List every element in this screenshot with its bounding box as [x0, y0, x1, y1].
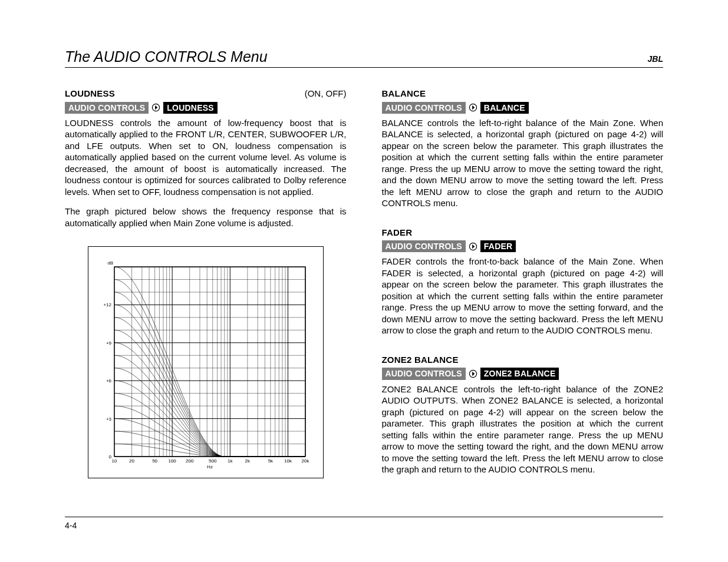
loudness-chart-frame: 0+3+6+9+121020501002005001k2k5k10k20kHzd…	[88, 246, 324, 478]
fader-heading: FADER	[382, 227, 413, 239]
svg-text:20k: 20k	[301, 458, 308, 464]
svg-text:1k: 1k	[228, 458, 233, 464]
svg-text:10: 10	[111, 458, 117, 464]
fader-heading-row: FADER	[382, 227, 664, 239]
svg-text:500: 500	[209, 458, 217, 464]
loudness-chart-svg: 0+3+6+9+121020501002005001k2k5k10k20kHzd…	[97, 257, 309, 470]
breadcrumb-leaf: BALANCE	[480, 102, 529, 114]
balance-heading: BALANCE	[382, 88, 426, 100]
loudness-heading-row: LOUDNESS (ON, OFF)	[65, 88, 347, 100]
breadcrumb-root: AUDIO CONTROLS	[65, 102, 149, 114]
loudness-body-1: LOUDNESS controls the amount of low-freq…	[65, 117, 347, 198]
zone2-heading: ZONE2 BALANCE	[382, 354, 459, 366]
balance-heading-row: BALANCE	[382, 88, 664, 100]
svg-text:+6: +6	[106, 378, 112, 384]
loudness-breadcrumb: AUDIO CONTROLS LOUDNESS	[65, 102, 347, 114]
svg-text:5k: 5k	[268, 458, 273, 464]
svg-text:dB: dB	[107, 260, 113, 266]
svg-text:+9: +9	[106, 340, 112, 346]
svg-text:200: 200	[186, 458, 194, 464]
svg-text:2k: 2k	[245, 458, 250, 464]
zone2-body: ZONE2 BALANCE controls the left-to-right…	[382, 384, 664, 475]
page-title: The AUDIO CONTROLS Menu	[65, 48, 268, 65]
breadcrumb-leaf: FADER	[480, 240, 516, 252]
zone2-heading-row: ZONE2 BALANCE	[382, 354, 664, 366]
balance-breadcrumb: AUDIO CONTROLS BALANCE	[382, 102, 664, 114]
zone2-breadcrumb: AUDIO CONTROLS ZONE2 BALANCE	[382, 368, 664, 379]
page-footer: 4-4	[65, 517, 663, 530]
breadcrumb-leaf: LOUDNESS	[163, 102, 217, 114]
arrow-right-icon	[469, 369, 477, 378]
loudness-options: (ON, OFF)	[305, 88, 347, 100]
svg-text:100: 100	[168, 458, 176, 464]
left-column: LOUDNESS (ON, OFF) AUDIO CONTROLS LOUDNE…	[65, 84, 347, 490]
arrow-right-icon	[151, 103, 160, 112]
svg-text:+3: +3	[106, 416, 112, 422]
breadcrumb-leaf: ZONE2 BALANCE	[480, 368, 559, 379]
svg-text:Hz: Hz	[207, 464, 213, 470]
breadcrumb-root: AUDIO CONTROLS	[382, 368, 466, 379]
svg-text:20: 20	[129, 458, 134, 464]
content-columns: LOUDNESS (ON, OFF) AUDIO CONTROLS LOUDNE…	[65, 84, 663, 490]
loudness-heading: LOUDNESS	[65, 88, 115, 100]
fader-body: FADER controls the front-to-back balance…	[382, 256, 664, 336]
breadcrumb-root: AUDIO CONTROLS	[382, 102, 466, 114]
loudness-body-2: The graph pictured below shows the frequ…	[65, 206, 347, 229]
loudness-chart: 0+3+6+9+121020501002005001k2k5k10k20kHzd…	[65, 246, 347, 478]
page-header: The AUDIO CONTROLS Menu JBL	[65, 48, 663, 68]
arrow-right-icon	[469, 242, 477, 251]
fader-breadcrumb: AUDIO CONTROLS FADER	[382, 240, 664, 252]
svg-text:10k: 10k	[284, 458, 292, 464]
page-number: 4-4	[65, 521, 77, 530]
balance-body: BALANCE controls the left-to-right balan…	[382, 117, 664, 209]
svg-text:+12: +12	[103, 303, 111, 308]
right-column: BALANCE AUDIO CONTROLS BALANCE BALANCE c…	[382, 84, 664, 490]
arrow-right-icon	[469, 103, 477, 112]
svg-text:50: 50	[152, 458, 157, 464]
brand-label: JBL	[648, 54, 663, 64]
breadcrumb-root: AUDIO CONTROLS	[382, 240, 466, 252]
